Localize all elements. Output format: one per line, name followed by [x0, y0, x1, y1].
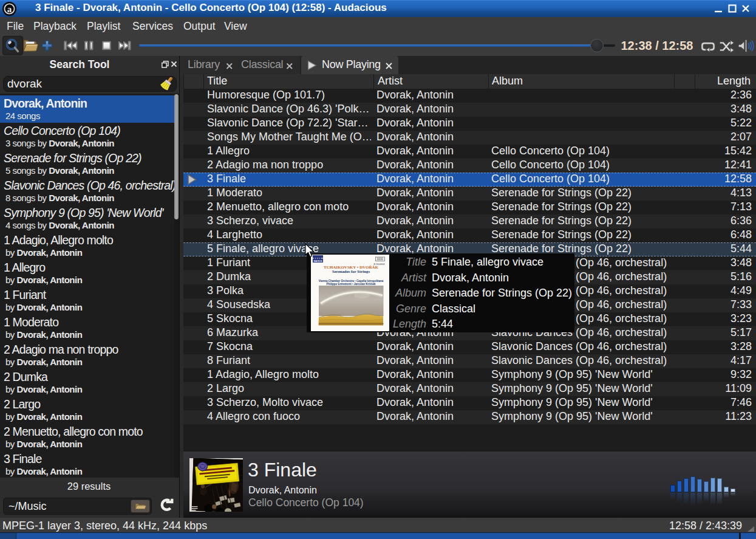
svg-text:a: a [7, 4, 12, 14]
